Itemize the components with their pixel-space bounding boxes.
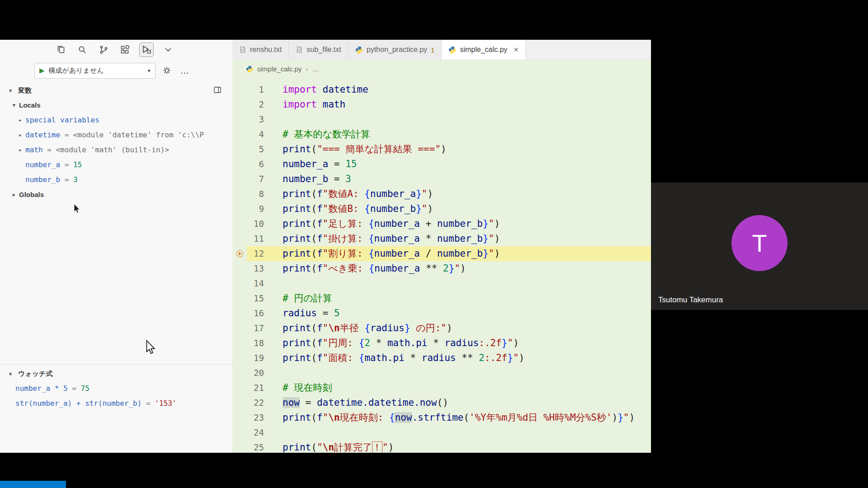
debug-current-line-icon[interactable]	[232, 246, 247, 261]
code-line[interactable]: 12print(f"割り算: {number_a / number_b}")	[232, 246, 651, 261]
chevron-right-icon: ▸	[15, 146, 25, 153]
watch-expression-row[interactable]: number_a * 5 = 75	[0, 381, 232, 396]
tab-renshu.txt[interactable]: renshu.txt	[232, 40, 289, 60]
glyph-margin[interactable]	[232, 380, 247, 395]
glyph-margin[interactable]	[232, 306, 247, 321]
code-line[interactable]: 5print("=== 簡単な計算結果 ===")	[232, 142, 651, 157]
line-number: 20	[247, 366, 264, 380]
line-number: 17	[247, 321, 264, 336]
code-line[interactable]: 9print(f"数値B: {number_b}")	[232, 202, 651, 216]
tab-simple_calc.py[interactable]: simple_calc.py×	[442, 40, 525, 60]
line-number: 5	[247, 142, 264, 157]
code-line[interactable]: 2import math	[232, 97, 651, 112]
start-debug-icon[interactable]: ▶	[39, 66, 45, 75]
text-file-icon	[296, 46, 303, 53]
code-line[interactable]: 13print(f"べき乗: {number_a ** 2}")	[232, 261, 651, 276]
glyph-margin[interactable]	[232, 351, 247, 366]
code-line[interactable]: 25print("\n計算完了！")	[232, 440, 651, 453]
code-line[interactable]: 18print(f"円周: {2 * math.pi * radius:.2f}…	[232, 336, 651, 351]
variable-row[interactable]: ▸datetime = <module 'datetime' from 'c:\…	[0, 127, 232, 142]
code-line[interactable]: 19print(f"面積: {math.pi * radius ** 2:.2f…	[232, 351, 651, 366]
more-actions-icon[interactable]: …	[178, 64, 192, 77]
code-line[interactable]: 20	[232, 366, 651, 380]
breadcrumb[interactable]: simple_calc.py › …	[232, 60, 651, 78]
code-line[interactable]: 1import datetime	[232, 82, 651, 97]
code-line[interactable]: 24	[232, 425, 651, 440]
code-line[interactable]: 8print(f"数値A: {number_a}")	[232, 187, 651, 202]
glyph-margin[interactable]	[232, 261, 247, 276]
code-line[interactable]: 6number_a = 15	[232, 157, 651, 172]
code-text: import datetime	[264, 82, 651, 97]
variables-section-header[interactable]: ▾ 変数	[0, 83, 232, 98]
glyph-margin[interactable]	[232, 321, 247, 336]
screen-share-view: ▶ 構成がありません ▾ … ▾ 変数 ▾ Locals	[0, 0, 868, 488]
variable-row[interactable]: ▸math = <module 'math' (built-in)>	[0, 142, 232, 157]
glyph-margin[interactable]	[232, 366, 247, 380]
glyph-margin[interactable]	[232, 231, 247, 246]
more-views-icon[interactable]	[161, 43, 175, 56]
variable-row[interactable]: ▸number_a = 15	[0, 157, 232, 172]
glyph-margin[interactable]	[232, 291, 247, 306]
globals-group[interactable]: ▸ Globals	[0, 187, 232, 202]
code-line[interactable]: 23print(f"\n現在時刻: {now.strftime('%Y年%m月%…	[232, 410, 651, 425]
glyph-margin[interactable]	[232, 410, 247, 425]
code-line[interactable]: 10print(f"足し算: {number_a + number_b}")	[232, 216, 651, 231]
chevron-right-icon: ▸	[15, 117, 25, 123]
glyph-margin[interactable]	[232, 440, 247, 453]
line-number: 15	[247, 291, 264, 306]
code-line[interactable]: 15# 円の計算	[232, 291, 651, 306]
glyph-margin[interactable]	[232, 112, 247, 127]
debug-config-select[interactable]: ▶ 構成がありません ▾	[34, 63, 156, 79]
tab-python_practice.py[interactable]: python_practice.py1	[349, 40, 442, 60]
code-line[interactable]: 21# 現在時刻	[232, 380, 651, 395]
watch-expression-row[interactable]: str(number_a) + str(number_b) = '153'	[0, 396, 232, 411]
glyph-margin[interactable]	[232, 82, 247, 97]
settings-gear-icon[interactable]	[160, 64, 174, 77]
code-line[interactable]: 22now = datetime.datetime.now()	[232, 395, 651, 410]
glyph-margin[interactable]	[232, 336, 247, 351]
glyph-margin[interactable]	[232, 172, 247, 187]
glyph-margin[interactable]	[232, 142, 247, 157]
locals-group[interactable]: ▾ Locals	[0, 98, 232, 113]
debug-config-row: ▶ 構成がありません ▾ …	[0, 60, 232, 81]
code-text: print(f"数値A: {number_a}")	[264, 187, 651, 202]
line-number: 11	[247, 231, 264, 246]
debug-sidebar: ▶ 構成がありません ▾ … ▾ 変数 ▾ Locals	[0, 40, 233, 453]
glyph-margin[interactable]	[232, 276, 247, 291]
glyph-margin[interactable]	[232, 395, 247, 410]
line-number: 13	[247, 261, 264, 276]
breadcrumb-more[interactable]: …	[312, 65, 319, 73]
code-text: now = datetime.datetime.now()	[264, 395, 651, 410]
glyph-margin[interactable]	[232, 127, 247, 142]
code-area[interactable]: 1import datetime2import math34# 基本的な数学計算…	[232, 78, 651, 453]
glyph-margin[interactable]	[232, 216, 247, 231]
run-and-debug-icon[interactable]	[139, 42, 154, 57]
source-control-icon[interactable]	[97, 43, 110, 56]
open-panel-icon[interactable]	[213, 86, 222, 95]
glyph-margin[interactable]	[232, 187, 247, 202]
code-line[interactable]: 16radius = 5	[232, 306, 651, 321]
line-number: 1	[247, 82, 264, 97]
code-line[interactable]: 17print(f"\n半径 {radius} の円:")	[232, 321, 651, 336]
code-line[interactable]: 3	[232, 112, 651, 127]
glyph-margin[interactable]	[232, 425, 247, 440]
variable-row[interactable]: ▸number_b = 3	[0, 172, 232, 187]
explorer-icon[interactable]	[54, 43, 68, 56]
code-line[interactable]: 7number_b = 3	[232, 172, 651, 187]
variable-row[interactable]: ▸special variables	[0, 113, 232, 127]
code-text: number_b = 3	[264, 172, 651, 187]
extensions-icon[interactable]	[118, 43, 132, 56]
code-line[interactable]: 14	[232, 276, 651, 291]
watch-section-header[interactable]: ▾ ウォッチ式	[0, 366, 232, 381]
tab-sub_file.txt[interactable]: sub_file.txt	[289, 40, 348, 60]
glyph-margin[interactable]	[232, 97, 247, 112]
tab-close-icon[interactable]: ×	[514, 46, 519, 54]
code-line[interactable]: 11print(f"掛け算: {number_a * number_b}")	[232, 231, 651, 246]
status-bar-remote[interactable]	[0, 481, 66, 488]
glyph-margin[interactable]	[232, 202, 247, 216]
code-line[interactable]: 4# 基本的な数学計算	[232, 127, 651, 142]
glyph-margin[interactable]	[232, 157, 247, 172]
code-text	[264, 276, 651, 291]
search-icon[interactable]	[75, 43, 89, 56]
breadcrumb-file[interactable]: simple_calc.py	[257, 65, 302, 73]
